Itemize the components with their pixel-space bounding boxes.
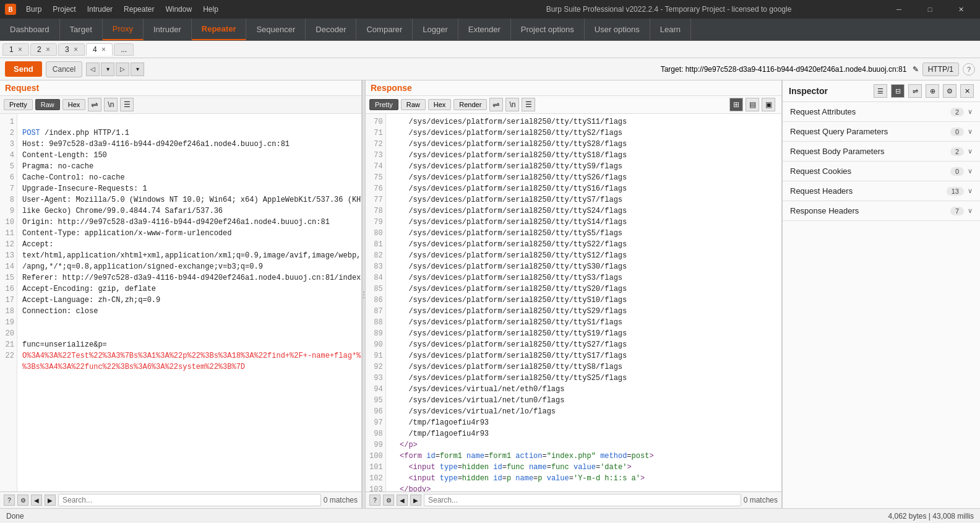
menu-repeater[interactable]: Repeater (119, 4, 159, 15)
inspector-section-label-2: Request Query Parameters (790, 127, 950, 136)
request-search-prev-icon[interactable]: ◀ (31, 495, 42, 506)
inspector-close-btn[interactable]: ✕ (960, 84, 974, 98)
window-title: Burp Suite Professional v2022.2.4 - Temp… (453, 5, 885, 14)
response-options-icon[interactable]: ⇌ (489, 98, 503, 111)
tab-decoder[interactable]: Decoder (306, 19, 356, 40)
inspector-query-params[interactable]: Request Query Parameters 0 ∨ (783, 122, 980, 142)
repeater-tab-2[interactable]: 2 × (30, 43, 57, 56)
menu-window[interactable]: Window (160, 4, 197, 15)
inspector-count-6: 7 (950, 207, 964, 215)
repeater-tab-more[interactable]: ... (114, 43, 134, 56)
next-button[interactable]: ▷ (116, 63, 129, 76)
request-pretty-btn[interactable]: Pretty (4, 99, 33, 110)
inspector-cookies[interactable]: Request Cookies 0 ∨ (783, 162, 980, 181)
menu-help[interactable]: Help (198, 4, 223, 15)
response-pretty-btn[interactable]: Pretty (369, 99, 398, 110)
send-button[interactable]: Send (5, 61, 42, 77)
edit-target-icon[interactable]: ✎ (913, 65, 919, 74)
request-code[interactable]: POST /index.php HTTP/1.1 Host: 9e97c528-… (17, 114, 361, 491)
tab-proxy[interactable]: Proxy (103, 19, 144, 40)
request-header: Request (0, 80, 361, 96)
request-search-settings-icon[interactable]: ⚙ (17, 495, 28, 506)
repeater-tab-1[interactable]: 1 × (2, 43, 29, 56)
nav-arrows: ◁ ▾ ▷ ▾ (86, 63, 144, 76)
response-render-btn[interactable]: Render (453, 99, 487, 110)
tab-repeater[interactable]: Repeater (192, 19, 247, 40)
request-matches: 0 matches (324, 496, 358, 504)
dropdown-button[interactable]: ▾ (101, 63, 114, 76)
inspector-count-4: 0 (950, 167, 964, 176)
tab-sequencer[interactable]: Sequencer (246, 19, 306, 40)
inspector-section-label-6: Response Headers (790, 206, 950, 215)
tab-user-options[interactable]: User options (585, 19, 650, 40)
response-code[interactable]: /sys/devices/platform/serial8250/tty/tty… (386, 114, 781, 491)
response-search-next-icon[interactable]: ▶ (410, 495, 421, 506)
tab-comparer[interactable]: Comparer (356, 19, 413, 40)
request-toolbar: Pretty Raw Hex ⇌ \n ☰ (0, 96, 361, 114)
inspector-chevron-6: ∨ (968, 207, 973, 215)
inspector-request-attributes[interactable]: Request Attributes 2 ∨ (783, 102, 980, 122)
cancel-button[interactable]: Cancel (46, 61, 82, 77)
tab-target[interactable]: Target (60, 19, 103, 40)
response-panel: Response Pretty Raw Hex Render ⇌ \n ☰ ⊞ … (366, 80, 782, 508)
tab-logger[interactable]: Logger (413, 19, 458, 40)
inspector-request-headers[interactable]: Request Headers 13 ∨ (783, 181, 980, 201)
inspector-split-btn[interactable]: ⊕ (926, 84, 939, 98)
close-button[interactable]: ✕ (947, 0, 975, 19)
request-search-next-icon[interactable]: ▶ (45, 495, 56, 506)
inspector-count-2: 0 (950, 128, 964, 136)
inspector-grid-view-btn[interactable]: ⊟ (891, 84, 905, 98)
tab-project-options[interactable]: Project options (511, 19, 585, 40)
response-wrap-icon[interactable]: \n (505, 98, 519, 111)
nav-tabs: Dashboard Target Proxy Intruder Repeater… (0, 19, 980, 41)
maximize-button[interactable]: □ (916, 0, 944, 19)
dropdown2-button[interactable]: ▾ (131, 63, 144, 76)
request-wrap-icon[interactable]: \n (104, 98, 118, 111)
inspector-count-1: 2 (950, 108, 964, 116)
tab-dashboard[interactable]: Dashboard (0, 19, 60, 40)
request-hex-btn[interactable]: Hex (62, 99, 86, 110)
request-search-help-icon[interactable]: ? (4, 495, 15, 506)
request-menu-icon[interactable]: ☰ (120, 98, 134, 111)
inspector-panel: Inspector ☰ ⊟ ⇌ ⊕ ⚙ ✕ Request Attributes… (782, 80, 980, 508)
inspector-section-label-4: Request Cookies (790, 166, 950, 176)
request-search-input[interactable] (58, 494, 321, 506)
request-raw-btn[interactable]: Raw (35, 99, 60, 110)
request-options-icon[interactable]: ⇌ (88, 98, 101, 111)
target-info: Target: http://9e97c528-d3a9-4116-b944-d… (148, 65, 919, 74)
main-content: Request Pretty Raw Hex ⇌ \n ☰ 1234567891… (0, 80, 980, 508)
tab-extender[interactable]: Extender (458, 19, 511, 40)
response-raw-btn[interactable]: Raw (401, 99, 426, 110)
response-search-settings-icon[interactable]: ⚙ (383, 495, 394, 506)
menu-intruder[interactable]: Intruder (82, 4, 118, 15)
response-menu-icon[interactable]: ☰ (522, 98, 535, 111)
inspector-body-params[interactable]: Request Body Parameters 2 ∨ (783, 142, 980, 162)
inspector-view-split-icon[interactable]: ⊞ (729, 98, 743, 111)
request-panel: Request Pretty Raw Hex ⇌ \n ☰ 1234567891… (0, 80, 362, 508)
inspector-section-label-5: Request Headers (790, 186, 947, 196)
http-version-badge[interactable]: HTTP/1 (922, 63, 959, 76)
inspector-chevron-1: ∨ (968, 108, 973, 116)
inspector-settings-btn[interactable]: ⚙ (943, 84, 956, 98)
inspector-columns-btn[interactable]: ⇌ (908, 84, 922, 98)
inspector-response-headers[interactable]: Response Headers 7 ∨ (783, 201, 980, 221)
response-search-help-icon[interactable]: ? (369, 495, 380, 506)
inspector-count-5: 13 (947, 187, 964, 196)
menu-burp[interactable]: Burp (21, 4, 46, 15)
help-icon[interactable]: ? (963, 63, 975, 76)
response-search-input[interactable] (424, 494, 741, 506)
menu-project[interactable]: Project (48, 4, 80, 15)
inspector-view-icon2[interactable]: ▤ (746, 98, 759, 111)
inspector-list-view-btn[interactable]: ☰ (874, 84, 887, 98)
inspector-view-icon3[interactable]: ▣ (762, 98, 775, 111)
tab-intruder[interactable]: Intruder (144, 19, 192, 40)
response-hex-btn[interactable]: Hex (428, 99, 452, 110)
inspector-count-3: 2 (950, 147, 964, 156)
status-stats: 4,062 bytes | 43,008 millis (888, 512, 974, 521)
tab-learn[interactable]: Learn (650, 19, 691, 40)
repeater-tab-4[interactable]: 4 × (86, 43, 113, 56)
response-search-prev-icon[interactable]: ◀ (397, 495, 408, 506)
repeater-tab-3[interactable]: 3 × (58, 43, 85, 56)
minimize-button[interactable]: ─ (885, 0, 913, 19)
prev-button[interactable]: ◁ (86, 63, 100, 76)
